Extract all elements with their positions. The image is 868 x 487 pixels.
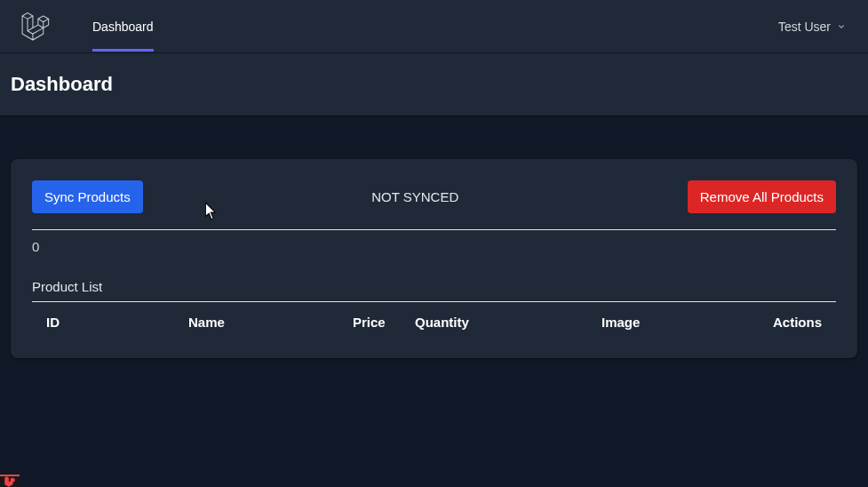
laravel-icon (4, 476, 15, 487)
user-name: Test User (778, 20, 831, 34)
column-image: Image (601, 315, 757, 330)
top-navbar: Dashboard Test User (0, 0, 868, 53)
column-name: Name (188, 315, 353, 330)
user-menu[interactable]: Test User (778, 20, 847, 34)
products-card: Sync Products NOT SYNCED Remove All Prod… (11, 159, 857, 358)
content-wrapper: Sync Products NOT SYNCED Remove All Prod… (0, 116, 868, 358)
column-actions: Actions (757, 315, 822, 330)
product-count: 0 (32, 230, 836, 279)
chevron-down-icon (836, 21, 847, 32)
page-title: Dashboard (11, 73, 857, 96)
laravel-icon (21, 12, 50, 41)
column-quantity: Quantity (415, 315, 601, 330)
column-id: ID (46, 315, 188, 330)
product-list-title: Product List (32, 279, 836, 302)
page-header: Dashboard (0, 53, 868, 116)
remove-all-products-button[interactable]: Remove All Products (688, 180, 836, 213)
laravel-logo[interactable] (21, 12, 50, 41)
column-price: Price (353, 315, 415, 330)
toolbar: Sync Products NOT SYNCED Remove All Prod… (32, 180, 836, 230)
table-header-row: ID Name Price Quantity Image Actions (32, 302, 836, 337)
sync-products-button[interactable]: Sync Products (32, 180, 143, 213)
sync-status-text: NOT SYNCED (371, 189, 458, 204)
nav-left: Dashboard (21, 2, 154, 52)
nav-dashboard-link[interactable]: Dashboard (92, 2, 154, 52)
devtools-indicator[interactable] (0, 475, 20, 487)
